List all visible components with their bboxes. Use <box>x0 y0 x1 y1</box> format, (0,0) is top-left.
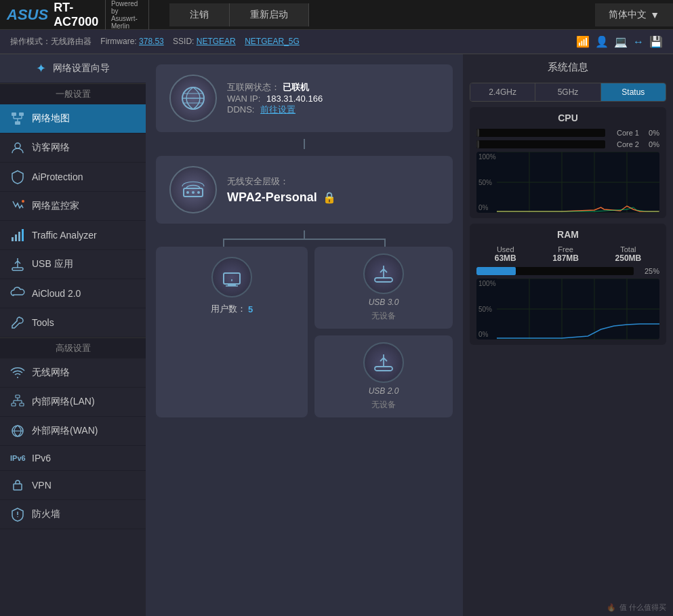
ram-pct: 25% <box>639 267 659 275</box>
sidebar-label-aiprotection: AiProtection <box>32 171 83 182</box>
cpu-core1-bar-fill <box>476 129 479 137</box>
cpu-core1-label: Core 1 <box>609 129 639 137</box>
cpu-title: CPU <box>476 112 659 123</box>
router-icon <box>169 166 217 213</box>
logo-area: ASUS RT-AC7000 Powered by Asuswrt-Merlin <box>0 0 156 30</box>
sidebar-label-tools: Tools <box>32 317 54 328</box>
sidebar-item-wizard[interactable]: ✦ 网络设置向导 <box>0 54 146 83</box>
sidebar-item-usb[interactable]: USB 应用 <box>0 250 146 279</box>
svg-point-8 <box>22 200 24 203</box>
sidebar-item-aicloud[interactable]: AiCloud 2.0 <box>0 279 146 308</box>
ram-used-value: 63MB <box>495 253 516 263</box>
nav-buttons: 注销 重新启动 <box>169 3 595 26</box>
sidebar-item-tools[interactable]: Tools <box>0 308 146 337</box>
language-selector[interactable]: 简体中文 ▼ <box>595 3 673 26</box>
sidebar: ✦ 网络设置向导 一般设置 网络地图 访客网络 AiProtection <box>0 54 146 616</box>
cpu-graph: 100% 50% 0% <box>476 152 659 213</box>
sidebar-label-ipv6: IPv6 <box>32 453 51 464</box>
powered-text: Powered by <box>111 0 143 15</box>
sidebar-item-aiprotection[interactable]: AiProtection <box>0 163 146 192</box>
sidebar-item-label-wizard: 网络设置向导 <box>53 62 110 75</box>
sidebar-item-vpn[interactable]: VPN <box>0 471 146 500</box>
network-status-icon: 💻 <box>614 35 628 48</box>
sidebar-label-wan: 外部网络(WAN) <box>32 425 98 437</box>
router-model: RT-AC7000 <box>54 1 100 29</box>
status-bar: 操作模式：无线路由器 Firmware: 378.53 SSID: NETGEA… <box>0 30 673 54</box>
cpu-core2-bar-bg <box>476 140 605 148</box>
usb2-node: USB 2.0 无设备 <box>314 335 453 417</box>
firmware-label: Firmware: <box>100 37 136 46</box>
tab-24ghz[interactable]: 2.4GHz <box>470 83 535 101</box>
sidebar-label-vpn: VPN <box>32 480 52 491</box>
svg-rect-15 <box>20 403 24 406</box>
firewall-icon <box>10 507 25 522</box>
sidebar-item-wireless[interactable]: 无线网络 <box>0 358 146 388</box>
user-status-icon: 👤 <box>595 35 609 48</box>
disk-status-icon: 💾 <box>649 35 663 48</box>
watermark-icon: 🔥 <box>607 603 616 612</box>
sidebar-item-wan[interactable]: 外部网络(WAN) <box>0 417 146 446</box>
tab-5ghz[interactable]: 5GHz <box>535 83 600 101</box>
svg-rect-31 <box>224 273 240 284</box>
guest-icon <box>10 140 25 155</box>
cpu-section: CPU Core 1 0% Core 2 0% 100% 50 <box>470 107 666 218</box>
svg-rect-9 <box>12 237 14 241</box>
svg-rect-1 <box>19 112 24 116</box>
usb3-status: 无设备 <box>371 310 396 322</box>
cpu-core1-bar-bg <box>476 129 605 137</box>
cpu-graph-svg <box>497 152 659 213</box>
cpu-core1-pct: 0% <box>643 129 659 137</box>
tools-icon <box>10 315 25 330</box>
svg-rect-11 <box>18 232 20 241</box>
asus-logo: ASUS <box>7 6 48 24</box>
branch-container: 用户数： 5 USB 3.0 无设备 <box>156 247 453 417</box>
traffic-icon <box>10 228 25 243</box>
tab-status[interactable]: Status <box>601 83 666 101</box>
lan-icon <box>10 394 25 409</box>
usb2-icon <box>363 342 404 383</box>
ipv6-icon: IPv6 <box>10 454 25 462</box>
monitor-icon <box>10 199 25 213</box>
ram-bar-container: 25% <box>476 267 659 275</box>
svg-point-30 <box>197 191 200 194</box>
cloud-icon <box>10 286 25 301</box>
sidebar-item-ipv6[interactable]: IPv6 IPv6 <box>0 446 146 471</box>
sidebar-label-lan: 内部网络(LAN) <box>32 396 95 408</box>
sidebar-item-traffic[interactable]: Traffic Analyzer <box>0 221 146 250</box>
clients-label: 用户数： 5 <box>211 303 253 315</box>
svg-rect-2 <box>15 121 20 125</box>
sidebar-item-monitor[interactable]: 网络监控家 <box>0 192 146 221</box>
clients-node: 用户数： 5 <box>156 247 308 417</box>
sidebar-label-traffic: Traffic Analyzer <box>32 230 97 241</box>
ddns-link[interactable]: 前往设置 <box>260 104 295 115</box>
share-status-icon: ↔ <box>633 36 644 48</box>
usb-nodes-col: USB 3.0 无设备 USB 2.0 无设备 <box>314 247 453 417</box>
usb2-label: USB 2.0 <box>369 386 399 396</box>
sidebar-section-advanced: 高级设置 <box>0 337 146 358</box>
mode-label: 操作模式：无线路由器 <box>10 37 91 46</box>
ssid1-link[interactable]: NETGEAR <box>197 37 236 46</box>
sidebar-item-guest[interactable]: 访客网络 <box>0 134 146 163</box>
firmware-link[interactable]: 378.53 <box>139 37 164 46</box>
cpu-label-0: 0% <box>478 204 496 211</box>
security-value: WPA2-Personal <box>227 190 317 205</box>
usb2-status: 无设备 <box>371 399 396 411</box>
logout-button[interactable]: 注销 <box>169 3 230 26</box>
ram-total: Total 250MB <box>615 245 642 263</box>
ssid2-link[interactable]: NETGEAR_5G <box>245 37 300 46</box>
sidebar-item-lan[interactable]: 内部网络(LAN) <box>0 388 146 417</box>
cpu-core2-label: Core 2 <box>609 140 639 148</box>
sidebar-label-firewall: 防火墙 <box>32 508 60 520</box>
sidebar-label-monitor: 网络监控家 <box>32 200 79 212</box>
status-icons: 📶 👤 💻 ↔ 💾 <box>576 35 663 48</box>
router-node: 无线安全层级： WPA2-Personal 🔒 <box>156 156 453 224</box>
sidebar-item-firewall[interactable]: 防火墙 <box>0 500 146 529</box>
wifi-icon <box>10 365 25 380</box>
sidebar-item-network-map[interactable]: 网络地图 <box>0 104 146 134</box>
reboot-button[interactable]: 重新启动 <box>230 3 309 26</box>
usb3-label: USB 3.0 <box>369 297 399 307</box>
sidebar-section-general: 一般设置 <box>0 83 146 104</box>
ram-bar-bg <box>476 267 634 275</box>
sidebar-label-network-map: 网络地图 <box>32 112 70 125</box>
usb3-node: USB 3.0 无设备 <box>314 247 453 329</box>
